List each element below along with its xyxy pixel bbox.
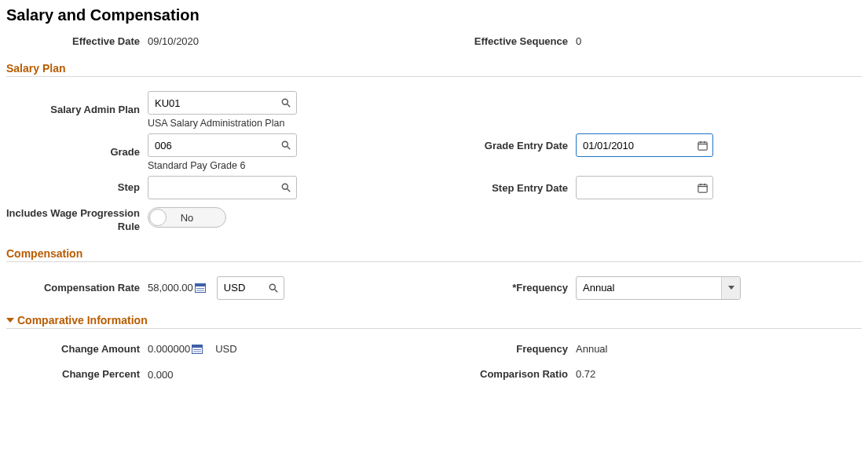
- change-percent-value: 0.000: [148, 369, 174, 381]
- svg-point-2: [282, 142, 288, 148]
- svg-point-24: [269, 284, 275, 290]
- comparative-frequency-value: Annual: [576, 343, 607, 355]
- effective-sequence-value: 0: [576, 35, 581, 47]
- calendar-icon[interactable]: [694, 137, 710, 153]
- lookup-icon[interactable]: [266, 280, 281, 296]
- calendar-icon[interactable]: [694, 180, 710, 195]
- grade-entry-date-input[interactable]: [576, 133, 713, 157]
- compensation-rate-label: Compensation Rate: [6, 282, 148, 294]
- svg-rect-4: [698, 142, 706, 150]
- effective-sequence-label: Effective Sequence: [458, 35, 576, 47]
- lookup-icon[interactable]: [278, 95, 294, 111]
- svg-line-25: [275, 290, 278, 293]
- step-label: Step: [6, 181, 148, 194]
- step-input[interactable]: [148, 176, 297, 199]
- compensation-rate-value: 58,000.00: [148, 282, 193, 294]
- svg-point-14: [282, 184, 288, 190]
- svg-rect-21: [195, 283, 205, 286]
- svg-point-0: [282, 100, 288, 105]
- step-entry-date-input[interactable]: [576, 176, 713, 199]
- svg-line-3: [288, 147, 291, 150]
- header-row: Effective Date 09/10/2020 Effective Sequ…: [6, 35, 862, 48]
- svg-line-15: [288, 189, 291, 192]
- lookup-icon[interactable]: [278, 137, 294, 153]
- step-entry-date-label: Step Entry Date: [458, 182, 576, 194]
- section-comparative[interactable]: Comparative Information: [6, 314, 862, 329]
- svg-line-1: [288, 104, 291, 108]
- salary-admin-plan-desc: USA Salary Administration Plan: [148, 118, 297, 129]
- change-percent-label: Change Percent: [6, 368, 148, 381]
- salary-admin-plan-input[interactable]: [148, 91, 297, 115]
- comparison-ratio-value: 0.72: [576, 368, 595, 380]
- detail-icon[interactable]: [195, 283, 206, 293]
- salary-admin-plan-label: Salary Admin Plan: [6, 104, 148, 116]
- change-amount-currency: USD: [215, 343, 236, 355]
- grade-entry-date-label: Grade Entry Date: [458, 140, 576, 151]
- collapse-arrow-icon: [6, 318, 14, 323]
- detail-icon[interactable]: [192, 345, 203, 354]
- wage-progression-label: Includes Wage Progression Rule: [6, 207, 148, 233]
- frequency-label: *Frequency: [458, 282, 576, 294]
- wage-progression-toggle[interactable]: No: [148, 207, 226, 228]
- lookup-icon[interactable]: [278, 180, 294, 195]
- grade-input[interactable]: [148, 133, 297, 157]
- page-title: Salary and Compensation: [6, 6, 862, 24]
- toggle-value: No: [148, 212, 225, 224]
- svg-rect-27: [192, 345, 203, 348]
- comparison-ratio-label: Comparison Ratio: [458, 368, 576, 380]
- comparative-frequency-label: Frequency: [458, 343, 576, 355]
- section-compensation: Compensation: [6, 247, 862, 262]
- effective-date-value: 09/10/2020: [148, 35, 199, 47]
- change-amount-value: 0.000000: [148, 343, 190, 355]
- change-amount-label: Change Amount: [6, 343, 148, 356]
- effective-date-label: Effective Date: [6, 35, 148, 48]
- frequency-select[interactable]: [576, 276, 741, 300]
- svg-rect-16: [698, 184, 706, 192]
- grade-desc: Standard Pay Grade 6: [148, 160, 297, 171]
- comparative-title-text: Comparative Information: [17, 314, 148, 326]
- grade-label: Grade: [6, 146, 148, 159]
- section-salary-plan: Salary Plan: [6, 62, 862, 77]
